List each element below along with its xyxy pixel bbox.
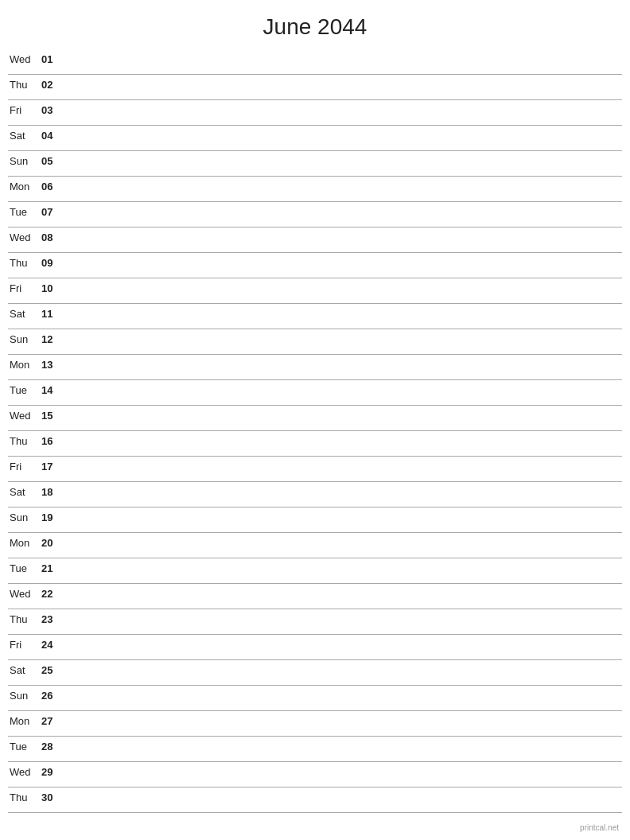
day-name: Fri: [8, 638, 41, 651]
day-row[interactable]: Wed29: [8, 762, 622, 788]
day-row[interactable]: Mon13: [8, 355, 622, 380]
day-row[interactable]: Thu09: [8, 253, 622, 278]
day-name: Tue: [8, 740, 41, 752]
day-row[interactable]: Tue21: [8, 558, 622, 584]
day-name: Mon: [8, 358, 41, 371]
day-number: 05: [41, 154, 65, 167]
day-row[interactable]: Sat25: [8, 660, 622, 686]
day-name: Tue: [8, 562, 41, 574]
day-number: 18: [41, 485, 65, 498]
day-row[interactable]: Sun05: [8, 151, 622, 177]
day-row[interactable]: Fri17: [8, 457, 622, 482]
day-number: 10: [41, 282, 65, 294]
day-name: Thu: [8, 791, 41, 803]
day-number: 29: [41, 765, 65, 778]
day-number: 19: [41, 511, 65, 523]
day-name: Fri: [8, 460, 41, 472]
day-number: 04: [41, 129, 65, 142]
day-number: 20: [41, 536, 65, 549]
day-row[interactable]: Sat18: [8, 482, 622, 508]
day-name: Fri: [8, 282, 41, 294]
day-number: 26: [41, 689, 65, 702]
day-row[interactable]: Mon27: [8, 711, 622, 737]
day-number: 24: [41, 638, 65, 651]
day-number: 30: [41, 791, 65, 803]
day-name: Sun: [8, 689, 41, 702]
day-number: 23: [41, 612, 65, 625]
day-number: 06: [41, 180, 65, 192]
footer-label: printcal.net: [580, 823, 619, 832]
day-name: Wed: [8, 231, 41, 243]
day-number: 17: [41, 460, 65, 472]
day-row[interactable]: Mon06: [8, 177, 622, 202]
day-number: 07: [41, 205, 65, 218]
day-number: 02: [41, 78, 65, 91]
day-row[interactable]: Sun26: [8, 686, 622, 711]
day-row[interactable]: Thu30: [8, 788, 622, 813]
day-row[interactable]: Fri10: [8, 278, 622, 304]
day-name: Thu: [8, 612, 41, 625]
day-row[interactable]: Fri24: [8, 635, 622, 660]
day-number: 16: [41, 434, 65, 447]
page-title: June 2044: [0, 0, 630, 49]
calendar-container: Wed01Thu02Fri03Sat04Sun05Mon06Tue07Wed08…: [0, 49, 630, 813]
day-name: Sat: [8, 663, 41, 676]
day-row[interactable]: Mon20: [8, 533, 622, 558]
day-name: Sun: [8, 154, 41, 167]
day-name: Thu: [8, 78, 41, 91]
day-name: Mon: [8, 714, 41, 727]
day-row[interactable]: Thu16: [8, 431, 622, 457]
day-number: 08: [41, 231, 65, 243]
day-row[interactable]: Tue07: [8, 202, 622, 228]
day-name: Wed: [8, 587, 41, 600]
day-row[interactable]: Fri03: [8, 100, 622, 126]
day-row[interactable]: Sun19: [8, 508, 622, 533]
day-row[interactable]: Wed08: [8, 228, 622, 253]
day-row[interactable]: Tue14: [8, 380, 622, 406]
day-name: Sat: [8, 485, 41, 498]
day-row[interactable]: Sat04: [8, 126, 622, 151]
day-number: 25: [41, 663, 65, 676]
day-number: 28: [41, 740, 65, 752]
day-number: 13: [41, 358, 65, 371]
day-number: 27: [41, 714, 65, 727]
day-row[interactable]: Thu02: [8, 75, 622, 100]
day-row[interactable]: Thu23: [8, 609, 622, 635]
day-name: Thu: [8, 256, 41, 269]
day-number: 22: [41, 587, 65, 600]
day-name: Wed: [8, 409, 41, 422]
day-name: Thu: [8, 434, 41, 447]
day-row[interactable]: Sun12: [8, 329, 622, 355]
day-name: Sat: [8, 307, 41, 320]
day-name: Mon: [8, 536, 41, 549]
day-number: 14: [41, 383, 65, 396]
day-row[interactable]: Wed01: [8, 49, 622, 75]
day-number: 12: [41, 332, 65, 345]
day-name: Fri: [8, 103, 41, 116]
day-row[interactable]: Sat11: [8, 304, 622, 329]
day-name: Sat: [8, 129, 41, 142]
day-name: Wed: [8, 765, 41, 778]
day-row[interactable]: Tue28: [8, 737, 622, 762]
day-name: Tue: [8, 205, 41, 218]
day-name: Sun: [8, 332, 41, 345]
day-name: Sun: [8, 511, 41, 523]
day-name: Wed: [8, 52, 41, 65]
day-row[interactable]: Wed22: [8, 584, 622, 609]
day-row[interactable]: Wed15: [8, 406, 622, 431]
day-name: Tue: [8, 383, 41, 396]
day-number: 11: [41, 307, 65, 320]
day-number: 21: [41, 562, 65, 574]
day-number: 15: [41, 409, 65, 422]
day-number: 09: [41, 256, 65, 269]
day-number: 01: [41, 52, 65, 65]
day-number: 03: [41, 103, 65, 116]
day-name: Mon: [8, 180, 41, 192]
